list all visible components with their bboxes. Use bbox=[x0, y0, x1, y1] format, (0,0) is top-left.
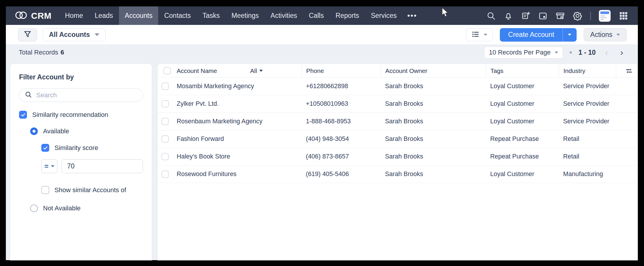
owner-cell: Sarah Brooks bbox=[381, 118, 486, 125]
account-name-header-label: Account Name bbox=[177, 67, 217, 74]
account-name-cell[interactable]: Rosewood Furnitures bbox=[172, 170, 301, 178]
table-row[interactable]: Rosewood Furnitures (619) 405-5406 Sarah… bbox=[158, 166, 638, 183]
total-records-count: 6 bbox=[61, 49, 64, 56]
list-view-icon bbox=[471, 30, 480, 40]
account-name-cell[interactable]: Zylker Pvt. Ltd. bbox=[172, 100, 301, 108]
tags-cell: Loyal Customer bbox=[486, 100, 559, 108]
industry-cell: Service Provider bbox=[559, 100, 616, 108]
nav-item-calls[interactable]: Calls bbox=[303, 6, 330, 25]
compose-icon[interactable] bbox=[521, 11, 530, 21]
nav-more-ellipsis[interactable]: ••• bbox=[403, 6, 422, 25]
nav-item-leads[interactable]: Leads bbox=[89, 6, 119, 25]
create-account-split-button: Create Account bbox=[500, 28, 576, 42]
records-per-page-label: 10 Records Per Page bbox=[489, 49, 551, 56]
similarity-recommendation-checkbox[interactable] bbox=[19, 111, 27, 119]
list-toolbar: All Accounts Create Account bbox=[6, 25, 638, 45]
row-checkbox[interactable] bbox=[161, 135, 169, 143]
similarity-score-row: Similarity score bbox=[41, 144, 143, 152]
column-header-industry[interactable]: Industry bbox=[559, 64, 616, 78]
row-checkbox[interactable] bbox=[161, 153, 169, 160]
industry-cell: Retail bbox=[559, 135, 616, 143]
window-preview[interactable] bbox=[599, 10, 611, 22]
nav-item-reports[interactable]: Reports bbox=[330, 6, 365, 25]
row-checkbox[interactable] bbox=[161, 100, 169, 108]
filter-panel: Filter Account by Similarity recommendat… bbox=[10, 64, 152, 260]
actions-dropdown[interactable]: Actions bbox=[584, 28, 627, 41]
row-checkbox[interactable] bbox=[161, 83, 169, 90]
view-selector-dropdown[interactable]: All Accounts bbox=[43, 28, 105, 41]
chevron-down-icon bbox=[51, 165, 54, 167]
table-row[interactable]: Fashion Forward (404) 948-3054 Sarah Bro… bbox=[158, 130, 638, 148]
chevron-down-icon bbox=[259, 70, 263, 72]
manage-columns-button[interactable] bbox=[616, 64, 638, 78]
select-all-cell bbox=[158, 64, 172, 78]
table-row[interactable]: Zylker Pvt. Ltd. +10508010963 Sarah Broo… bbox=[158, 95, 638, 113]
select-all-checkbox[interactable] bbox=[163, 67, 171, 74]
phone-cell: +10508010963 bbox=[301, 100, 381, 108]
row-checkbox[interactable] bbox=[161, 118, 169, 125]
tags-cell: Loyal Customer bbox=[486, 118, 559, 125]
column-header-account-name[interactable]: Account Name All bbox=[172, 64, 301, 78]
operator-dropdown[interactable]: = bbox=[41, 159, 57, 173]
filter-search-input[interactable] bbox=[36, 91, 137, 99]
account-name-cell[interactable]: Fashion Forward bbox=[172, 135, 301, 143]
nav-item-home[interactable]: Home bbox=[59, 6, 89, 25]
nav-item-accounts[interactable]: Accounts bbox=[119, 6, 159, 25]
phone-cell: (404) 948-3054 bbox=[301, 135, 381, 143]
bell-icon[interactable] bbox=[504, 11, 513, 21]
chevron-down-icon bbox=[95, 33, 99, 36]
nav-item-tasks[interactable]: Tasks bbox=[197, 6, 226, 25]
tags-cell: Loyal Customer bbox=[486, 83, 559, 90]
table-row[interactable]: Mosambi Marketing Agency +61280662898 Sa… bbox=[158, 78, 638, 95]
all-filter-label: All bbox=[250, 67, 257, 74]
records-bar: Total Records 6 10 Records Per Page 1 - … bbox=[6, 45, 638, 60]
industry-cell: Retail bbox=[559, 153, 616, 160]
account-name-cell[interactable]: Rosenbaum Marketing Agency bbox=[172, 118, 301, 125]
app-window: CRM Home Leads Accounts Contacts Tasks M… bbox=[6, 6, 638, 260]
similarity-score-checkbox[interactable] bbox=[41, 144, 49, 152]
list-view-style-dropdown[interactable] bbox=[466, 28, 493, 41]
crm-logo[interactable]: CRM bbox=[6, 6, 59, 25]
phone-cell: 1-888-468-8953 bbox=[301, 118, 381, 125]
create-account-button[interactable]: Create Account bbox=[500, 28, 562, 42]
row-checkbox[interactable] bbox=[161, 170, 169, 178]
store-icon[interactable] bbox=[556, 11, 565, 21]
not-available-label: Not Available bbox=[43, 204, 81, 212]
records-per-page-dropdown[interactable]: 10 Records Per Page bbox=[484, 47, 563, 59]
previous-page-chevron[interactable]: ‹ bbox=[602, 48, 611, 57]
column-header-account-owner[interactable]: Account Owner bbox=[381, 64, 486, 78]
nav-item-services[interactable]: Services bbox=[365, 6, 403, 25]
navbar-divider bbox=[590, 11, 591, 20]
nav-item-activities[interactable]: Activities bbox=[265, 6, 303, 25]
chevron-down-icon bbox=[616, 34, 620, 36]
score-value-input[interactable] bbox=[62, 159, 143, 173]
account-name-cell[interactable]: Haley’s Book Store bbox=[172, 153, 301, 160]
industry-cell: Service Provider bbox=[559, 83, 616, 90]
filter-button[interactable] bbox=[18, 28, 37, 41]
gear-icon[interactable] bbox=[573, 11, 582, 21]
all-filter-dropdown[interactable]: All bbox=[250, 67, 263, 74]
search-icon[interactable] bbox=[486, 11, 496, 21]
nav-item-contacts[interactable]: Contacts bbox=[158, 6, 197, 25]
similarity-recommendation-row: Similarity recommendation bbox=[19, 111, 143, 119]
nav-item-meetings[interactable]: Meetings bbox=[226, 6, 265, 25]
show-similar-checkbox[interactable] bbox=[41, 186, 49, 194]
page-range-label: 1 - 10 bbox=[578, 49, 596, 57]
create-account-caret[interactable] bbox=[563, 28, 577, 42]
next-page-chevron[interactable]: › bbox=[617, 48, 626, 57]
tags-cell: Loyal Customer bbox=[486, 170, 559, 178]
manage-columns-icon bbox=[625, 67, 633, 75]
table-row[interactable]: Rosenbaum Marketing Agency 1-888-468-895… bbox=[158, 113, 638, 130]
column-header-phone[interactable]: Phone bbox=[301, 64, 381, 78]
apps-grid-icon[interactable] bbox=[619, 11, 628, 21]
account-name-cell[interactable]: Mosambi Marketing Agency bbox=[172, 83, 301, 90]
available-radio[interactable] bbox=[30, 127, 38, 135]
table-row[interactable]: Haley’s Book Store (406) 873-8657 Sarah … bbox=[158, 148, 638, 166]
industry-cell: Manufacturing bbox=[559, 170, 616, 178]
not-available-radio[interactable] bbox=[30, 204, 38, 212]
column-header-tags[interactable]: Tags bbox=[486, 64, 559, 78]
calendar-icon[interactable] bbox=[538, 11, 548, 21]
search-icon bbox=[25, 91, 32, 100]
nav-items: Home Leads Accounts Contacts Tasks Meeti… bbox=[59, 6, 422, 25]
table-header-row: Account Name All Phone Account Owner Tag… bbox=[158, 64, 638, 78]
